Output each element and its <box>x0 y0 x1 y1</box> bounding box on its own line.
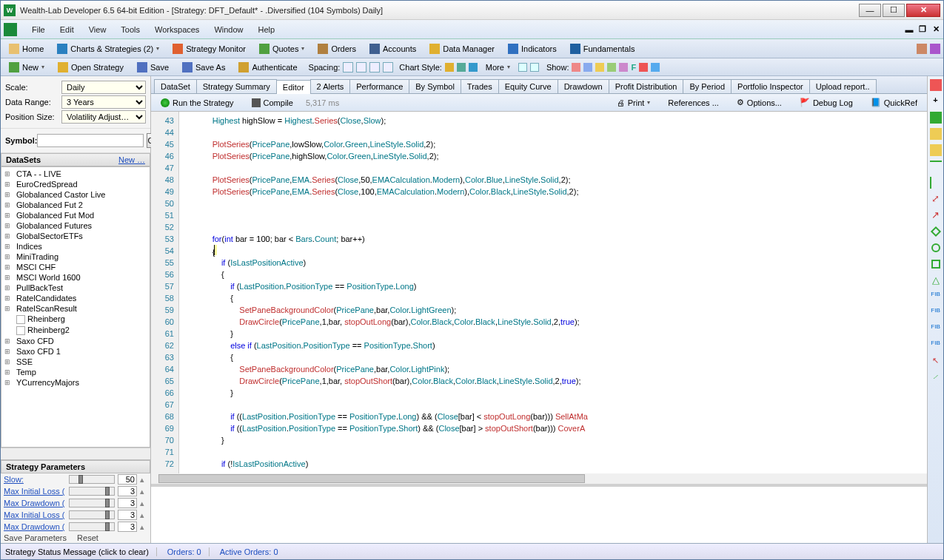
dataset-node[interactable]: YCurrencyMajors <box>3 377 148 388</box>
new-button[interactable]: New ▾ <box>4 60 50 75</box>
dataset-node[interactable]: Globalanced Futures <box>3 220 148 231</box>
note-icon[interactable] <box>930 128 942 140</box>
dataset-node[interactable]: Globalanced Fut Mod <box>3 210 148 220</box>
reset-params-link[interactable]: Reset <box>77 533 98 542</box>
arrows-icon[interactable]: ⤢ <box>930 193 942 205</box>
spacing-2-icon[interactable] <box>356 62 366 72</box>
show-1-icon[interactable] <box>572 63 580 72</box>
menu-tools[interactable]: Tools <box>113 25 147 34</box>
strategy-monitor-button[interactable]: Strategy Monitor <box>167 41 251 56</box>
tab-trades[interactable]: Trades <box>461 79 499 93</box>
options-button[interactable]: ⚙ Options... <box>732 95 787 109</box>
dataset-node[interactable]: RatelScanResult <box>3 303 148 314</box>
more-button[interactable]: More ▾ <box>481 61 515 74</box>
square-icon[interactable] <box>931 260 940 269</box>
dataset-node[interactable]: GlobalSectorETFs <box>3 231 148 241</box>
param-slider[interactable] <box>69 510 115 519</box>
tab-equity-curve[interactable]: Equity Curve <box>498 79 558 93</box>
maximize-button[interactable]: ☐ <box>883 4 905 17</box>
close-button[interactable]: ✕ <box>906 4 940 17</box>
minimize-button[interactable]: — <box>859 4 881 17</box>
param-link[interactable]: Max Drawdown ( <box>4 499 66 507</box>
show-6-icon[interactable] <box>639 63 648 72</box>
param-link[interactable]: Max Drawdown ( <box>4 522 66 531</box>
tab-upload-report-[interactable]: Upload report.. <box>809 79 877 93</box>
run-strategy-button[interactable]: Run the Strategy <box>155 96 239 109</box>
green-line-icon[interactable]: ⟋ <box>930 372 942 384</box>
dataset-node[interactable]: Globalanced Fut 2 <box>3 200 148 210</box>
dataset-node[interactable]: Rheinberg2 <box>3 325 148 336</box>
show-7-icon[interactable] <box>651 63 660 72</box>
code-area[interactable]: Highest highSlow = Highest.Series(Close,… <box>179 112 927 473</box>
triangle-icon[interactable]: △ <box>930 274 942 286</box>
dataset-node[interactable]: Indices <box>3 241 148 252</box>
status-message[interactable]: Strategy Status Message (click to clear) <box>5 547 157 556</box>
code-editor[interactable]: 4344454647484950515253545556575859606162… <box>151 112 927 473</box>
show-5-icon[interactable] <box>619 63 628 72</box>
about-icon[interactable] <box>930 44 940 54</box>
param-slider[interactable] <box>69 522 115 531</box>
show-3-icon[interactable] <box>595 63 604 72</box>
tab-editor[interactable]: Editor <box>276 80 311 94</box>
debug-log-button[interactable]: 🚩 Debug Log <box>794 95 858 109</box>
dataset-node[interactable]: PullBackTest <box>3 283 148 293</box>
diamond-icon[interactable] <box>930 226 940 237</box>
dataset-node[interactable]: EuroCredSpread <box>3 179 148 189</box>
datasets-tree[interactable]: CTA - - LIVEEuroCredSpreadGlobalanced Ca… <box>1 166 150 448</box>
layout-1-icon[interactable] <box>518 63 527 72</box>
dataset-node[interactable]: MiniTrading <box>3 252 148 262</box>
save-as-button[interactable]: Save As <box>177 60 230 75</box>
menu-workspaces[interactable]: Workspaces <box>147 25 207 34</box>
quickref-button[interactable]: 📘 QuickRef <box>866 95 923 109</box>
param-link[interactable]: Max Initial Loss ( <box>4 487 66 496</box>
green-square-icon[interactable] <box>930 112 942 124</box>
app-menu-icon[interactable] <box>4 23 17 36</box>
tab-drawdown[interactable]: Drawdown <box>558 79 609 93</box>
tab-by-period[interactable]: By Period <box>683 79 732 93</box>
param-slider[interactable] <box>69 487 115 496</box>
dataset-node[interactable]: Globalanced Castor Live <box>3 189 148 200</box>
status-active-orders[interactable]: Active Orders: 0 <box>220 547 278 556</box>
accounts-button[interactable]: Accounts <box>364 41 421 56</box>
mdi-close-icon[interactable]: ✕ <box>931 25 940 34</box>
authenticate-button[interactable]: Authenticate <box>233 60 302 75</box>
save-button[interactable]: Save <box>132 60 174 75</box>
output-pane[interactable] <box>151 484 927 543</box>
print-button[interactable]: 🖨 Print ▾ <box>612 96 656 109</box>
tree-h-scroll[interactable] <box>1 448 150 459</box>
measure-icon[interactable]: ↗ <box>930 209 942 221</box>
tab-2-alerts[interactable]: 2 Alerts <box>310 79 351 93</box>
open-strategy-button[interactable]: Open Strategy <box>53 60 129 75</box>
layout-2-icon[interactable] <box>530 63 539 72</box>
fundamental-f-icon[interactable]: F <box>631 63 636 72</box>
circle-icon[interactable] <box>931 243 940 252</box>
mdi-restore-icon[interactable]: ❐ <box>918 25 927 34</box>
red-line-icon[interactable]: ↖ <box>930 356 942 368</box>
orders-button[interactable]: Orders <box>312 41 361 56</box>
param-link[interactable]: Max Initial Loss ( <box>4 510 66 519</box>
quotes-button[interactable]: Quotes ▾ <box>254 41 309 56</box>
tab-by-symbol[interactable]: By Symbol <box>409 79 461 93</box>
charts-strategies-button[interactable]: Charts & Strategies (2) ▾ <box>52 41 164 56</box>
save-params-link[interactable]: Save Parameters <box>4 533 67 542</box>
data-range-select[interactable]: 3 Years <box>61 95 146 109</box>
fundamentals-button[interactable]: Fundamentals <box>565 41 640 56</box>
dataset-node[interactable]: SSE <box>3 357 148 367</box>
param-link[interactable]: Slow: <box>4 475 66 484</box>
eraser-icon[interactable] <box>930 79 942 91</box>
dataset-node[interactable]: Saxo CFD 1 <box>3 346 148 357</box>
bar-icon[interactable] <box>457 63 466 72</box>
symbol-input[interactable] <box>37 134 144 147</box>
vline-icon[interactable] <box>930 177 942 189</box>
line-icon[interactable] <box>469 63 478 72</box>
new-dataset-link[interactable]: New … <box>118 155 145 164</box>
tab-profit-distribution[interactable]: Profit Distribution <box>609 79 684 93</box>
show-4-icon[interactable] <box>607 63 616 72</box>
mdi-minimize-icon[interactable]: ▬ <box>905 25 914 34</box>
fib-1-icon[interactable]: FIB <box>930 291 942 303</box>
fib-3-icon[interactable]: FIB <box>930 323 942 335</box>
dataset-node[interactable]: Saxo CFD <box>3 336 148 346</box>
show-2-icon[interactable] <box>583 63 592 72</box>
data-manager-button[interactable]: Data Manager <box>424 41 500 56</box>
dataset-node[interactable]: MSCI World 1600 <box>3 272 148 283</box>
